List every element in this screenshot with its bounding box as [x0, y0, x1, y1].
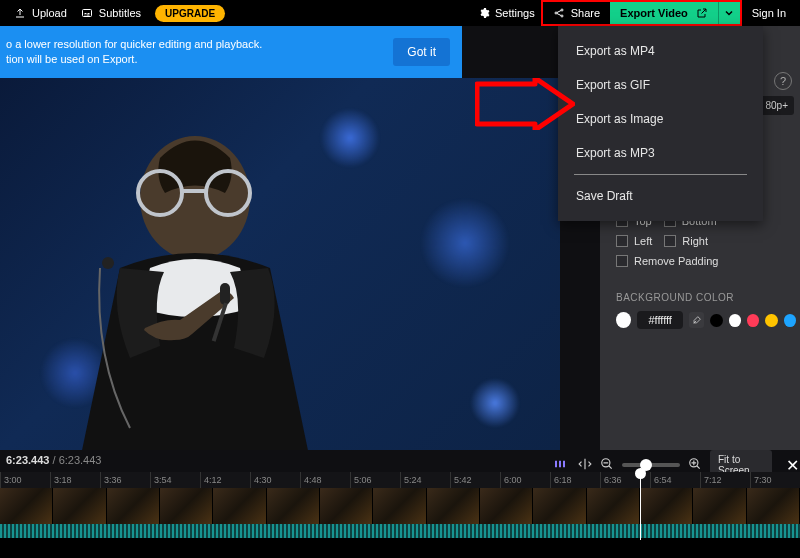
padding-right-option[interactable]: Right: [664, 235, 708, 247]
export-menu: Export as MP4 Export as GIF Export as Im…: [558, 26, 763, 221]
export-gif-option[interactable]: Export as GIF: [558, 68, 763, 102]
clip-thumbnail: [693, 488, 746, 524]
svg-point-10: [102, 257, 114, 269]
export-dropdown-toggle[interactable]: [718, 2, 740, 24]
padding-right-label: Right: [682, 235, 708, 247]
video-preview[interactable]: [0, 78, 560, 450]
gear-icon: [478, 7, 490, 19]
clip-thumbnail: [533, 488, 586, 524]
signin-button[interactable]: Sign In: [752, 7, 786, 19]
banner-line2: tion will be used on Export.: [6, 52, 262, 67]
subtitles-label: Subtitles: [99, 7, 141, 19]
upgrade-button[interactable]: UPGRADE: [155, 5, 225, 22]
clip-thumbnail: [587, 488, 640, 524]
zoom-in-button[interactable]: [688, 457, 702, 474]
zoom-out-button[interactable]: [600, 457, 614, 474]
upload-icon: [14, 7, 26, 19]
clip-thumbnail: [107, 488, 160, 524]
clip-thumbnail: [213, 488, 266, 524]
time-display: 6:23.443 / 6:23.443: [6, 454, 101, 466]
clip-thumbnail: [267, 488, 320, 524]
ruler-tick: 4:48: [300, 472, 350, 488]
ruler-tick: 6:54: [650, 472, 700, 488]
topbar-right: Settings Share Export Video Sign In: [478, 0, 800, 26]
current-time: 6:23.443: [6, 454, 49, 466]
subtitles-button[interactable]: Subtitles: [81, 7, 141, 19]
ruler-tick: 3:18: [50, 472, 100, 488]
svg-point-1: [555, 12, 557, 14]
total-duration: 6:23.443: [59, 454, 102, 466]
share-export-highlight: Share Export Video: [541, 0, 742, 26]
ruler-tick: 3:00: [0, 472, 50, 488]
export-mp3-option[interactable]: Export as MP3: [558, 136, 763, 170]
checkbox-icon[interactable]: [616, 235, 628, 247]
track-thumbnails: [0, 488, 800, 524]
swatch-red[interactable]: [747, 314, 759, 327]
audio-waveform: [0, 524, 800, 538]
bokeh-light: [420, 198, 510, 288]
eyedropper-button[interactable]: [689, 312, 704, 328]
clip-thumbnail: [160, 488, 213, 524]
bottom-bar: [0, 538, 800, 558]
save-draft-option[interactable]: Save Draft: [558, 179, 763, 213]
ruler-tick: 3:54: [150, 472, 200, 488]
annotation-arrow: [475, 78, 575, 130]
clip-thumbnail: [640, 488, 693, 524]
swatch-black[interactable]: [710, 314, 722, 327]
banner-gotit-button[interactable]: Got it: [393, 38, 450, 66]
menu-divider: [574, 174, 747, 175]
ruler-tick: 3:36: [100, 472, 150, 488]
playhead[interactable]: [640, 468, 641, 540]
background-color-label: BACKGROUND COLOR: [616, 292, 796, 303]
padding-left-label: Left: [634, 235, 652, 247]
clip-thumbnail: [480, 488, 533, 524]
ruler-tick: 4:12: [200, 472, 250, 488]
hex-input[interactable]: #ffffff: [637, 311, 683, 329]
svg-rect-8: [220, 283, 230, 305]
padding-left-option[interactable]: Left: [616, 235, 652, 247]
ruler-tick: 6:18: [550, 472, 600, 488]
banner-line1: o a lower resolution for quicker editing…: [6, 37, 262, 52]
clip-thumbnail: [373, 488, 426, 524]
clip-thumbnail: [0, 488, 53, 524]
share-icon: [553, 7, 565, 19]
swatch-white[interactable]: [729, 314, 741, 327]
padding-remove-label: Remove Padding: [634, 255, 718, 267]
resolution-badge[interactable]: 80p+: [759, 96, 794, 115]
clip-thumbnail: [320, 488, 373, 524]
video-subject: [10, 88, 390, 450]
chevron-down-icon: [723, 7, 735, 19]
upload-button[interactable]: Upload: [14, 7, 67, 19]
share-label: Share: [571, 7, 600, 19]
clip-thumbnail: [53, 488, 106, 524]
snap-toggle[interactable]: [554, 458, 570, 473]
swatch-blue[interactable]: [784, 314, 796, 327]
checkbox-icon[interactable]: [664, 235, 676, 247]
export-video-button[interactable]: Export Video: [610, 2, 718, 24]
ruler-tick: 7:12: [700, 472, 750, 488]
ruler-tick: 6:00: [500, 472, 550, 488]
settings-button[interactable]: Settings: [478, 7, 535, 19]
export-image-option[interactable]: Export as Image: [558, 102, 763, 136]
bokeh-light: [470, 378, 520, 428]
ruler-tick: 5:24: [400, 472, 450, 488]
banner-text: o a lower resolution for quicker editing…: [6, 37, 262, 67]
swatch-yellow[interactable]: [765, 314, 777, 327]
subtitles-icon: [81, 7, 93, 19]
split-button[interactable]: [578, 457, 592, 474]
checkbox-icon[interactable]: [616, 255, 628, 267]
current-color-swatch[interactable]: [616, 312, 631, 328]
share-button[interactable]: Share: [543, 2, 610, 24]
time-ruler[interactable]: 3:00 3:18 3:36 3:54 4:12 4:30 4:48 5:06 …: [0, 472, 800, 488]
padding-remove-option[interactable]: Remove Padding: [616, 255, 718, 267]
help-button[interactable]: ?: [774, 72, 792, 90]
video-track[interactable]: [0, 488, 800, 538]
clip-thumbnail: [747, 488, 800, 524]
ruler-tick: 5:06: [350, 472, 400, 488]
svg-point-2: [561, 9, 563, 11]
ruler-tick: 5:42: [450, 472, 500, 488]
export-video-label: Export Video: [620, 7, 688, 19]
settings-label: Settings: [495, 7, 535, 19]
export-mp4-option[interactable]: Export as MP4: [558, 34, 763, 68]
zoom-slider[interactable]: [622, 463, 680, 467]
